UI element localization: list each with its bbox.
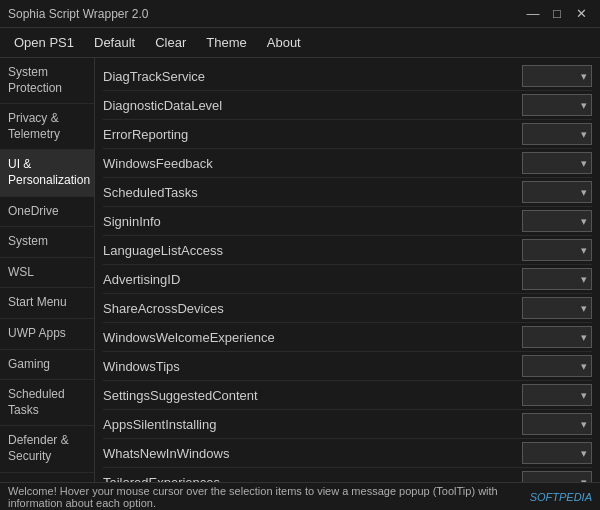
status-message: Welcome! Hover your mouse cursor over th…: [8, 485, 530, 509]
menu-item-theme[interactable]: Theme: [196, 31, 256, 54]
content-panel: DiagTrackServiceDiagnosticDataLevelError…: [95, 58, 600, 482]
dropdown-wrapper-advertising-id: [522, 268, 592, 290]
title-bar: Sophia Script Wrapper 2.0 — □ ✕: [0, 0, 600, 28]
option-row-diagnostic-data-level: DiagnosticDataLevel: [103, 91, 592, 120]
dropdown-wrapper-windows-tips: [522, 355, 592, 377]
option-row-whats-new-in-windows: WhatsNewInWindows: [103, 439, 592, 468]
menu-item-open-ps1[interactable]: Open PS1: [4, 31, 84, 54]
option-row-share-across-devices: ShareAcrossDevices: [103, 294, 592, 323]
maximize-button[interactable]: □: [546, 5, 568, 23]
window-controls: — □ ✕: [522, 5, 592, 23]
option-select-tailored-experiences[interactable]: [522, 471, 592, 482]
option-select-share-across-devices[interactable]: [522, 297, 592, 319]
option-select-advertising-id[interactable]: [522, 268, 592, 290]
sidebar-item-onedrive[interactable]: OneDrive: [0, 197, 94, 228]
app-title: Sophia Script Wrapper 2.0: [8, 7, 149, 21]
option-row-windows-welcome-experience: WindowsWelcomeExperience: [103, 323, 592, 352]
dropdown-wrapper-settings-suggested-content: [522, 384, 592, 406]
sidebar: System ProtectionPrivacy & TelemetryUI &…: [0, 58, 95, 482]
option-label-error-reporting: ErrorReporting: [103, 127, 522, 142]
option-row-error-reporting: ErrorReporting: [103, 120, 592, 149]
menu-item-clear[interactable]: Clear: [145, 31, 196, 54]
option-label-share-across-devices: ShareAcrossDevices: [103, 301, 522, 316]
sidebar-item-uwp-apps[interactable]: UWP Apps: [0, 319, 94, 350]
option-label-windows-tips: WindowsTips: [103, 359, 522, 374]
close-button[interactable]: ✕: [570, 5, 592, 23]
dropdown-wrapper-diag-track-service: [522, 65, 592, 87]
dropdown-wrapper-error-reporting: [522, 123, 592, 145]
dropdown-wrapper-diagnostic-data-level: [522, 94, 592, 116]
dropdown-wrapper-signin-info: [522, 210, 592, 232]
option-select-language-list-access[interactable]: [522, 239, 592, 261]
option-row-tailored-experiences: TailoredExperiences: [103, 468, 592, 482]
option-label-diagnostic-data-level: DiagnosticDataLevel: [103, 98, 522, 113]
option-row-diag-track-service: DiagTrackService: [103, 62, 592, 91]
dropdown-wrapper-tailored-experiences: [522, 471, 592, 482]
dropdown-wrapper-scheduled-tasks: [522, 181, 592, 203]
sidebar-item-context-menu[interactable]: Context Menu: [0, 473, 94, 483]
option-select-windows-feedback[interactable]: [522, 152, 592, 174]
option-row-advertising-id: AdvertisingID: [103, 265, 592, 294]
option-label-tailored-experiences: TailoredExperiences: [103, 475, 522, 483]
menu-item-default[interactable]: Default: [84, 31, 145, 54]
option-select-error-reporting[interactable]: [522, 123, 592, 145]
sidebar-item-scheduled-tasks[interactable]: Scheduled Tasks: [0, 380, 94, 426]
option-select-whats-new-in-windows[interactable]: [522, 442, 592, 464]
menu-bar: Open PS1DefaultClearThemeAbout: [0, 28, 600, 58]
option-select-windows-welcome-experience[interactable]: [522, 326, 592, 348]
option-select-settings-suggested-content[interactable]: [522, 384, 592, 406]
option-select-windows-tips[interactable]: [522, 355, 592, 377]
option-label-language-list-access: LanguageListAccess: [103, 243, 522, 258]
option-select-scheduled-tasks[interactable]: [522, 181, 592, 203]
softpedia-badge: SOFTPEDIA: [530, 491, 592, 503]
option-row-scheduled-tasks: ScheduledTasks: [103, 178, 592, 207]
option-label-settings-suggested-content: SettingsSuggestedContent: [103, 388, 522, 403]
dropdown-wrapper-apps-silent-installing: [522, 413, 592, 435]
option-row-language-list-access: LanguageListAccess: [103, 236, 592, 265]
option-row-settings-suggested-content: SettingsSuggestedContent: [103, 381, 592, 410]
option-label-advertising-id: AdvertisingID: [103, 272, 522, 287]
menu-item-about[interactable]: About: [257, 31, 311, 54]
option-select-diagnostic-data-level[interactable]: [522, 94, 592, 116]
sidebar-item-wsl[interactable]: WSL: [0, 258, 94, 289]
main-area: System ProtectionPrivacy & TelemetryUI &…: [0, 58, 600, 482]
dropdown-wrapper-language-list-access: [522, 239, 592, 261]
option-label-diag-track-service: DiagTrackService: [103, 69, 522, 84]
option-select-signin-info[interactable]: [522, 210, 592, 232]
sidebar-item-ui-personalization[interactable]: UI & Personalization: [0, 150, 94, 196]
sidebar-item-gaming[interactable]: Gaming: [0, 350, 94, 381]
option-label-windows-feedback: WindowsFeedback: [103, 156, 522, 171]
sidebar-item-start-menu[interactable]: Start Menu: [0, 288, 94, 319]
sidebar-item-system[interactable]: System: [0, 227, 94, 258]
dropdown-wrapper-windows-feedback: [522, 152, 592, 174]
option-label-signin-info: SigninInfo: [103, 214, 522, 229]
option-row-apps-silent-installing: AppsSilentInstalling: [103, 410, 592, 439]
sidebar-item-privacy-telemetry[interactable]: Privacy & Telemetry: [0, 104, 94, 150]
option-select-apps-silent-installing[interactable]: [522, 413, 592, 435]
dropdown-wrapper-whats-new-in-windows: [522, 442, 592, 464]
option-label-apps-silent-installing: AppsSilentInstalling: [103, 417, 522, 432]
dropdown-wrapper-share-across-devices: [522, 297, 592, 319]
option-label-windows-welcome-experience: WindowsWelcomeExperience: [103, 330, 522, 345]
minimize-button[interactable]: —: [522, 5, 544, 23]
dropdown-wrapper-windows-welcome-experience: [522, 326, 592, 348]
sidebar-item-defender-security[interactable]: Defender & Security: [0, 426, 94, 472]
option-row-signin-info: SigninInfo: [103, 207, 592, 236]
sidebar-item-system-protection[interactable]: System Protection: [0, 58, 94, 104]
status-bar: Welcome! Hover your mouse cursor over th…: [0, 482, 600, 510]
option-label-scheduled-tasks: ScheduledTasks: [103, 185, 522, 200]
option-row-windows-feedback: WindowsFeedback: [103, 149, 592, 178]
option-row-windows-tips: WindowsTips: [103, 352, 592, 381]
option-label-whats-new-in-windows: WhatsNewInWindows: [103, 446, 522, 461]
option-select-diag-track-service[interactable]: [522, 65, 592, 87]
